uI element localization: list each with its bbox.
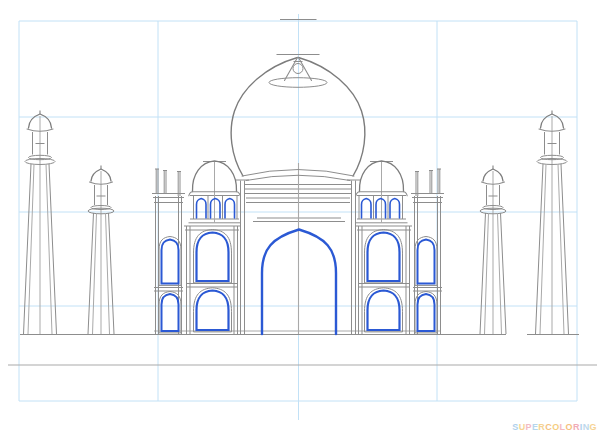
supercoloring-watermark: SUPERCOLORING <box>512 423 597 432</box>
minaret <box>536 111 569 335</box>
watermark-letter: N <box>583 423 590 432</box>
minaret <box>480 166 506 335</box>
watermark-letter: R <box>573 423 580 432</box>
watermark-letter: U <box>519 423 526 432</box>
minaret <box>24 111 57 335</box>
watermark-letter: G <box>590 423 597 432</box>
watermark-letter: C <box>545 423 552 432</box>
ground-lines <box>8 331 597 365</box>
minarets <box>24 111 569 335</box>
watermark-letter: O <box>565 423 572 432</box>
drawing-tutorial-canvas: SUPERCOLORING <box>0 0 600 433</box>
taj-mahal-sketch-svg <box>0 0 600 433</box>
watermark-letter: O <box>552 423 559 432</box>
minaret <box>88 166 114 335</box>
watermark-letter: R <box>538 423 545 432</box>
